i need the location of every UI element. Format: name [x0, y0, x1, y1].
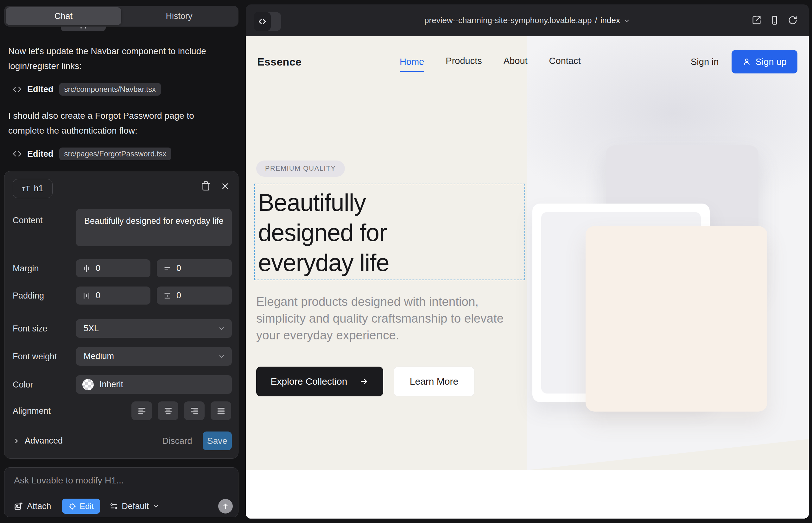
- align-justify-icon: [216, 406, 226, 416]
- edited-file-chip[interactable]: src/pages/ForgotPassword.tsx: [59, 147, 172, 160]
- chat-composer: Ask Lovable to modify H1... Attach Edit …: [4, 467, 239, 517]
- edited-file-chip[interactable]: src/components/Navbar.tsx: [59, 83, 161, 96]
- default-mode-button[interactable]: Default: [110, 502, 159, 511]
- align-left-button[interactable]: [131, 401, 152, 420]
- site-navbar: Essence Home Products About Contact Sign…: [246, 36, 809, 87]
- delete-element-button[interactable]: [201, 181, 211, 191]
- assistant-message: I should also create a Forgot Password p…: [8, 108, 221, 138]
- tab-chat[interactable]: Chat: [6, 7, 121, 25]
- edited-label: Edited: [27, 149, 54, 159]
- padding-label: Padding: [13, 291, 44, 301]
- discard-button[interactable]: Discard: [162, 432, 192, 450]
- nav-link-about[interactable]: About: [504, 56, 528, 68]
- font-weight-label: Font weight: [13, 352, 57, 362]
- align-right-button[interactable]: [184, 401, 205, 420]
- section-below-hero: [246, 470, 809, 519]
- clipped-chat-chip[interactable]: [61, 26, 106, 31]
- user-icon: [742, 57, 751, 66]
- code-icon: [13, 85, 21, 94]
- sliders-icon: [110, 502, 118, 510]
- sign-up-button[interactable]: Sign up: [731, 50, 797, 73]
- chat-history-tabs: Chat History: [4, 6, 239, 26]
- element-tag-label: h1: [34, 184, 43, 194]
- content-textarea[interactable]: Beautifully designed for everyday life: [76, 209, 232, 246]
- chevron-down-icon: [218, 325, 226, 332]
- chat-panel: Chat History Now let's update the Navbar…: [0, 0, 246, 523]
- chevron-right-icon: [13, 437, 20, 445]
- mobile-view-button[interactable]: [770, 16, 779, 25]
- refresh-button[interactable]: [788, 16, 797, 25]
- send-button[interactable]: [218, 499, 233, 513]
- chevron-down-icon: [153, 503, 159, 509]
- open-in-new-tab-button[interactable]: [752, 16, 761, 25]
- arrow-right-icon: [359, 377, 369, 386]
- font-size-select[interactable]: 5XL: [76, 319, 232, 338]
- type-icon: тT: [22, 184, 30, 193]
- align-left-icon: [137, 406, 147, 416]
- align-center-button[interactable]: [158, 401, 178, 420]
- content-label: Content: [13, 216, 43, 226]
- align-justify-button[interactable]: [211, 401, 231, 420]
- preview-toolbar: preview--charming-site-symphony.lovable.…: [246, 4, 809, 36]
- margin-x-input[interactable]: 0: [76, 259, 151, 277]
- align-center-icon: [163, 406, 173, 416]
- refresh-icon: [788, 16, 797, 25]
- margin-label: Margin: [13, 264, 39, 273]
- padding-x-input[interactable]: 0: [76, 287, 151, 305]
- site-nav-links: Home Products About Contact: [400, 56, 581, 68]
- close-icon: [220, 181, 230, 191]
- external-link-icon: [752, 16, 761, 25]
- site-logo[interactable]: Essence: [257, 56, 301, 68]
- tab-history[interactable]: History: [121, 7, 237, 25]
- nav-link-products[interactable]: Products: [446, 56, 482, 68]
- padding-vertical-icon: [163, 292, 171, 300]
- close-editor-button[interactable]: [220, 181, 230, 191]
- edited-file-row: Edited src/pages/ForgotPassword.tsx: [13, 147, 171, 160]
- crosshair-icon: [68, 502, 76, 510]
- trash-icon: [201, 181, 211, 191]
- color-select[interactable]: Inherit: [76, 375, 232, 394]
- assistant-message: Now let's update the Navbar component to…: [8, 44, 221, 73]
- font-size-label: Font size: [13, 324, 48, 334]
- edited-label: Edited: [27, 85, 54, 94]
- nav-link-home[interactable]: Home: [400, 57, 424, 72]
- save-button[interactable]: Save: [203, 432, 232, 450]
- advanced-toggle[interactable]: Advanced: [13, 432, 63, 450]
- preview-actions: [752, 4, 797, 36]
- learn-more-button[interactable]: Learn More: [394, 366, 474, 396]
- code-icon: [13, 149, 21, 158]
- chevron-down-icon: [623, 17, 630, 24]
- sign-in-link[interactable]: Sign in: [691, 57, 719, 67]
- site-preview: Essence Home Products About Contact Sign…: [246, 36, 809, 519]
- selected-element-tag: тT h1: [13, 179, 53, 198]
- preview-pane: preview--charming-site-symphony.lovable.…: [246, 4, 809, 519]
- hero-description: Elegant products designed with intention…: [256, 293, 516, 343]
- chevron-down-icon: [218, 353, 226, 360]
- attach-button[interactable]: Attach: [14, 502, 51, 511]
- font-weight-select[interactable]: Medium: [76, 347, 232, 366]
- decorative-cream-card: [586, 226, 767, 412]
- margin-vertical-icon: [163, 264, 171, 273]
- arrow-up-icon: [222, 502, 229, 510]
- preview-url[interactable]: preview--charming-site-symphony.lovable.…: [246, 4, 809, 36]
- site-auth-actions: Sign in Sign up: [691, 50, 797, 73]
- element-editor-panel: тT h1 Content Beautifully designed for e…: [4, 171, 239, 459]
- margin-y-input[interactable]: 0: [157, 259, 232, 277]
- edited-file-row: Edited src/components/Navbar.tsx: [13, 83, 161, 96]
- align-right-icon: [190, 406, 199, 416]
- composer-toolbar: Attach Edit Default: [14, 499, 233, 514]
- margin-horizontal-icon: [82, 264, 91, 273]
- hero-heading[interactable]: Beautifully designed for everyday life: [258, 187, 389, 278]
- smartphone-icon: [770, 16, 779, 25]
- padding-horizontal-icon: [82, 292, 91, 300]
- color-swatch: [82, 379, 94, 390]
- premium-quality-badge: PREMIUM QUALITY: [256, 161, 345, 177]
- alignment-label: Alignment: [13, 406, 51, 416]
- edit-mode-button[interactable]: Edit: [62, 499, 100, 514]
- image-plus-icon: [14, 502, 23, 511]
- composer-input[interactable]: Ask Lovable to modify H1...: [14, 475, 124, 486]
- color-label: Color: [13, 380, 33, 390]
- explore-collection-button[interactable]: Explore Collection: [256, 366, 383, 396]
- padding-y-input[interactable]: 0: [157, 287, 232, 305]
- nav-link-contact[interactable]: Contact: [549, 56, 581, 68]
